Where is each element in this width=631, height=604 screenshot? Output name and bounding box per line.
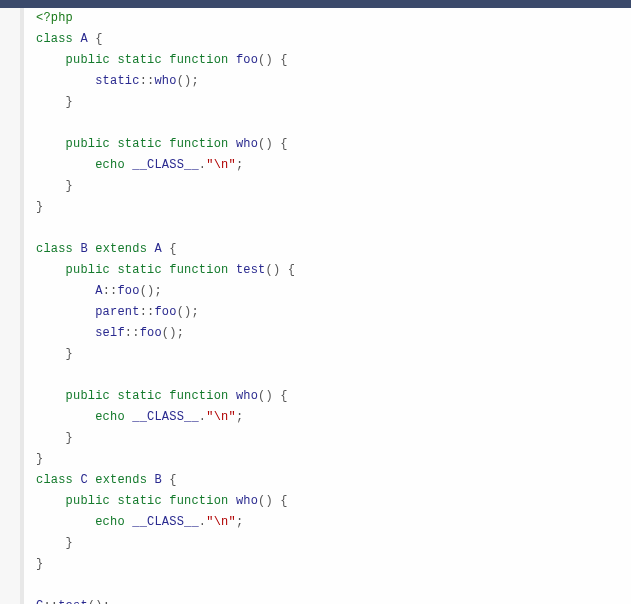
code-token: who	[236, 137, 258, 151]
code-token	[36, 305, 95, 319]
code-token	[36, 515, 95, 529]
code-token: public	[66, 494, 110, 508]
code-token	[228, 263, 235, 277]
code-token: function	[169, 137, 228, 151]
code-token: public	[66, 137, 110, 151]
code-token: who	[154, 74, 176, 88]
code-token	[280, 263, 287, 277]
code-token: echo	[95, 158, 125, 172]
code-token: public	[66, 389, 110, 403]
code-token: extends	[95, 473, 147, 487]
code-token: ();	[162, 326, 184, 340]
code-token	[228, 53, 235, 67]
code-token: echo	[95, 515, 125, 529]
code-token: {	[95, 32, 102, 46]
code-token: test	[236, 263, 266, 277]
code-token: public	[66, 263, 110, 277]
code-token: }	[66, 347, 73, 361]
code-token: }	[36, 452, 43, 466]
code-token: class	[36, 242, 73, 256]
code-token	[36, 284, 95, 298]
code-token: A	[154, 242, 161, 256]
code-token: {	[288, 263, 295, 277]
code-token	[36, 431, 66, 445]
code-token: ();	[88, 599, 110, 604]
code-token: }	[36, 200, 43, 214]
code-token: function	[169, 494, 228, 508]
code-token: __CLASS__	[132, 410, 199, 424]
code-token: ::	[43, 599, 58, 604]
code-token: public	[66, 53, 110, 67]
code-token: }	[66, 95, 73, 109]
page-body: <?php class A { public static function f…	[0, 8, 631, 604]
code-token: function	[169, 263, 228, 277]
code-token: <?php	[36, 11, 73, 25]
code-token	[36, 389, 66, 403]
code-token: "\n"	[206, 158, 236, 172]
code-token: ::	[140, 74, 155, 88]
code-token: ;	[236, 158, 243, 172]
code-token: self	[95, 326, 125, 340]
code-token: who	[236, 494, 258, 508]
code-token: }	[36, 557, 43, 571]
code-token: A	[80, 32, 87, 46]
code-token: {	[169, 242, 176, 256]
code-token: {	[280, 494, 287, 508]
code-token: function	[169, 389, 228, 403]
code-token: foo	[140, 326, 162, 340]
code-token	[36, 410, 95, 424]
code-token: ()	[258, 389, 273, 403]
code-token	[36, 536, 66, 550]
code-token	[36, 347, 66, 361]
code-token: who	[236, 389, 258, 403]
code-token: echo	[95, 410, 125, 424]
code-token	[36, 263, 66, 277]
code-token: foo	[117, 284, 139, 298]
code-content[interactable]: <?php class A { public static function f…	[36, 8, 631, 604]
code-token	[228, 389, 235, 403]
code-token: static	[117, 137, 161, 151]
code-token: ::	[140, 305, 155, 319]
code-token: parent	[95, 305, 139, 319]
top-bar	[0, 0, 631, 8]
code-token	[36, 137, 66, 151]
code-token: static	[117, 389, 161, 403]
code-token: class	[36, 473, 73, 487]
code-token	[228, 494, 235, 508]
code-token: static	[117, 53, 161, 67]
code-token: extends	[95, 242, 147, 256]
code-token: __CLASS__	[132, 515, 199, 529]
code-token	[36, 95, 66, 109]
code-token: {	[280, 137, 287, 151]
code-token: static	[95, 74, 139, 88]
code-token: ::	[103, 284, 118, 298]
code-token: C	[80, 473, 87, 487]
code-token: B	[80, 242, 87, 256]
code-token: foo	[154, 305, 176, 319]
code-token	[36, 158, 95, 172]
code-token: __CLASS__	[132, 158, 199, 172]
code-token: "\n"	[206, 515, 236, 529]
code-token: ();	[140, 284, 162, 298]
code-token: ();	[177, 74, 199, 88]
code-token: static	[117, 263, 161, 277]
code-token: static	[117, 494, 161, 508]
code-token: {	[280, 389, 287, 403]
code-token: A	[95, 284, 102, 298]
code-token: ()	[258, 53, 273, 67]
code-token: B	[154, 473, 161, 487]
code-token: ()	[258, 137, 273, 151]
code-token: {	[169, 473, 176, 487]
code-block[interactable]: <?php class A { public static function f…	[20, 8, 631, 604]
code-token: foo	[236, 53, 258, 67]
code-token	[36, 494, 66, 508]
code-token: }	[66, 179, 73, 193]
code-token: }	[66, 431, 73, 445]
code-token: ();	[177, 305, 199, 319]
code-token: function	[169, 53, 228, 67]
code-token	[36, 326, 95, 340]
code-token: test	[58, 599, 88, 604]
code-token: "\n"	[206, 410, 236, 424]
code-token	[36, 53, 66, 67]
code-token: ()	[266, 263, 281, 277]
